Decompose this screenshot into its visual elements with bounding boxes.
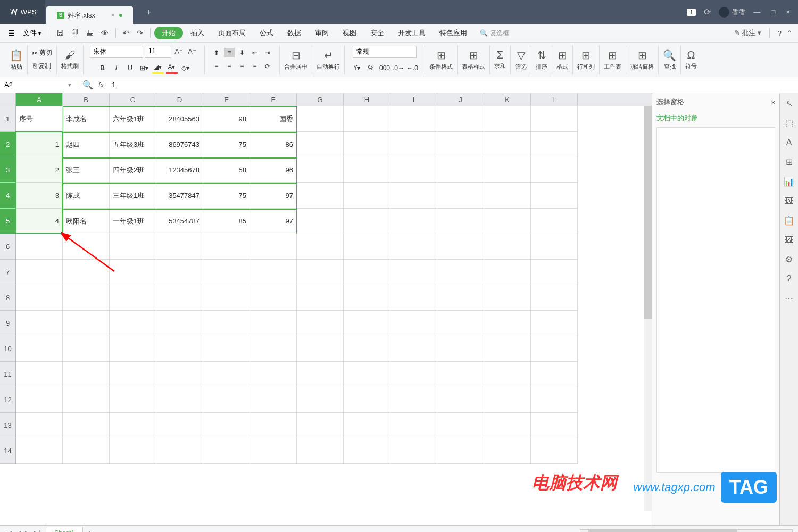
cell[interactable] xyxy=(156,336,203,362)
col-header[interactable]: J xyxy=(437,93,484,106)
print-preview-icon[interactable]: 👁 xyxy=(98,29,112,37)
paste-button[interactable]: 📋 粘贴 xyxy=(10,49,23,71)
add-sheet-button[interactable]: + xyxy=(87,529,92,533)
cell[interactable] xyxy=(203,336,250,362)
cell[interactable] xyxy=(297,183,344,209)
col-header[interactable]: E xyxy=(203,93,250,106)
col-header[interactable]: H xyxy=(344,93,390,106)
cell[interactable] xyxy=(531,362,578,387)
copy-button[interactable]: ⎘ 复制 xyxy=(33,62,51,71)
cell[interactable] xyxy=(344,260,390,285)
col-header[interactable]: C xyxy=(110,93,156,106)
cell[interactable] xyxy=(203,438,250,464)
cell[interactable] xyxy=(297,209,344,234)
cell[interactable] xyxy=(531,183,578,209)
percent-button[interactable]: % xyxy=(365,62,377,74)
cell[interactable]: 欧阳名 xyxy=(63,209,110,234)
cell[interactable] xyxy=(531,209,578,234)
cell[interactable] xyxy=(484,362,531,387)
cell[interactable]: 1 xyxy=(16,132,63,157)
cell[interactable]: 12345678 xyxy=(156,157,203,183)
cell[interactable] xyxy=(110,234,156,260)
spreadsheet-grid[interactable]: ABCDEFGHIJKL 1234567891011121314 序号李成名六年… xyxy=(0,93,652,525)
cell[interactable] xyxy=(16,311,63,336)
cell[interactable] xyxy=(250,234,297,260)
col-header[interactable]: K xyxy=(484,93,531,106)
col-header[interactable]: F xyxy=(250,93,297,106)
help-tool-icon[interactable]: ? xyxy=(787,274,792,284)
cell[interactable] xyxy=(531,106,578,132)
cell[interactable] xyxy=(344,106,390,132)
row-header[interactable]: 13 xyxy=(0,413,16,438)
cell[interactable] xyxy=(484,285,531,311)
cell[interactable] xyxy=(437,413,484,438)
cell[interactable] xyxy=(203,260,250,285)
cell[interactable] xyxy=(156,362,203,387)
menu-dev-tools[interactable]: 开发工具 xyxy=(392,28,432,38)
row-header[interactable]: 9 xyxy=(0,311,16,336)
cell[interactable] xyxy=(344,413,390,438)
cell[interactable] xyxy=(250,260,297,285)
cursor-tool-icon[interactable]: ↖ xyxy=(786,98,793,109)
cell[interactable] xyxy=(390,311,437,336)
cell[interactable] xyxy=(344,387,390,413)
cut-button[interactable]: ✂ 剪切 xyxy=(32,48,52,57)
menu-review[interactable]: 审阅 xyxy=(309,28,335,38)
cell[interactable] xyxy=(484,183,531,209)
col-header[interactable]: L xyxy=(531,93,578,106)
cell[interactable] xyxy=(484,106,531,132)
freeze-button[interactable]: ⊞ 冻结窗格 xyxy=(630,49,654,71)
cell[interactable] xyxy=(16,387,63,413)
cell[interactable] xyxy=(16,234,63,260)
cell[interactable]: 97 xyxy=(250,209,297,234)
align-middle[interactable]: ≡ xyxy=(224,48,235,57)
row-header[interactable]: 6 xyxy=(0,234,16,260)
cell[interactable] xyxy=(390,387,437,413)
cell[interactable] xyxy=(156,285,203,311)
cell[interactable] xyxy=(63,260,110,285)
align-top[interactable]: ⬆ xyxy=(211,48,222,57)
cell[interactable] xyxy=(484,311,531,336)
align-bottom[interactable]: ⬇ xyxy=(237,48,247,57)
cell[interactable] xyxy=(437,183,484,209)
cell[interactable] xyxy=(437,234,484,260)
cell[interactable] xyxy=(250,438,297,464)
menu-home[interactable]: 开始 xyxy=(154,27,183,39)
orientation[interactable]: ⟳ xyxy=(262,62,273,71)
clipboard-tool-icon[interactable]: 📋 xyxy=(784,215,794,226)
cell[interactable] xyxy=(156,260,203,285)
cell[interactable] xyxy=(297,260,344,285)
cell[interactable] xyxy=(437,336,484,362)
row-header[interactable]: 14 xyxy=(0,438,16,464)
cell[interactable] xyxy=(484,438,531,464)
cell[interactable] xyxy=(531,413,578,438)
cell[interactable] xyxy=(484,209,531,234)
cell[interactable] xyxy=(156,438,203,464)
increase-decimal[interactable]: .0→ xyxy=(393,62,404,74)
cell[interactable] xyxy=(297,413,344,438)
cell[interactable] xyxy=(16,438,63,464)
cell[interactable] xyxy=(203,362,250,387)
add-tab-button[interactable]: + xyxy=(141,7,156,17)
cell[interactable] xyxy=(110,311,156,336)
cell[interactable]: 国委 xyxy=(250,106,297,132)
sheet-nav-prev[interactable]: ◀ xyxy=(16,529,21,533)
select-all-corner[interactable] xyxy=(0,93,16,106)
cell[interactable]: 陈成 xyxy=(63,183,110,209)
decrease-decimal[interactable]: ←.0 xyxy=(406,62,418,74)
cell[interactable] xyxy=(297,362,344,387)
cell[interactable] xyxy=(203,311,250,336)
cell[interactable] xyxy=(390,336,437,362)
row-header[interactable]: 10 xyxy=(0,336,16,362)
user-info[interactable]: 香香 xyxy=(719,7,746,18)
cell[interactable] xyxy=(484,336,531,362)
cell[interactable] xyxy=(390,362,437,387)
cell[interactable]: 28405563 xyxy=(156,106,203,132)
cell[interactable] xyxy=(437,157,484,183)
table-style-button[interactable]: ⊞ 表格样式 xyxy=(462,49,485,71)
row-header[interactable]: 2 xyxy=(0,132,16,157)
cell[interactable] xyxy=(63,362,110,387)
font-tool-icon[interactable]: A xyxy=(786,138,792,147)
cell[interactable] xyxy=(344,362,390,387)
filter-button[interactable]: ▽ 筛选 xyxy=(515,49,527,71)
